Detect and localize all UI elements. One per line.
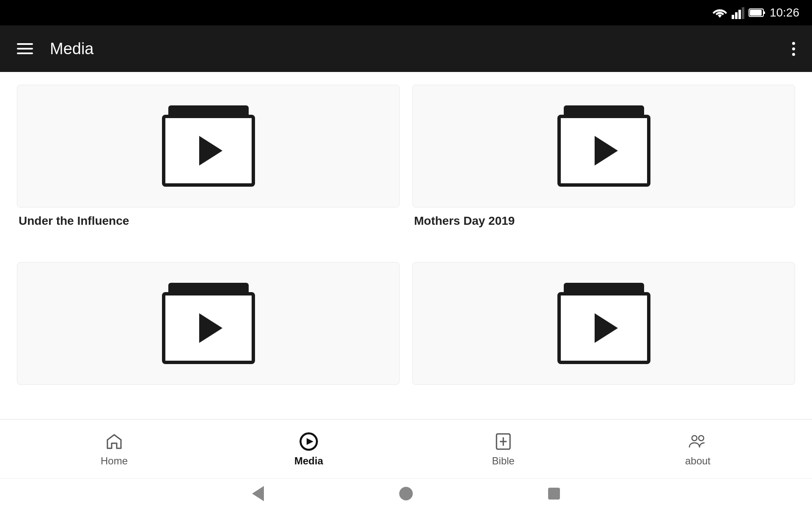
bible-icon: [493, 431, 513, 452]
nav-item-bible[interactable]: Bible: [472, 431, 535, 467]
nav-item-home[interactable]: Home: [82, 431, 146, 467]
status-icons: 10:26: [712, 6, 799, 19]
nav-item-media[interactable]: Media: [277, 431, 340, 467]
system-nav: [0, 478, 812, 508]
media-card-wrapper-3: [17, 262, 400, 406]
nav-label-home: Home: [101, 455, 128, 467]
back-button[interactable]: [252, 486, 264, 501]
media-card-4[interactable]: [412, 262, 795, 385]
svg-point-16: [699, 436, 704, 441]
about-icon: [688, 431, 708, 452]
more-options-button[interactable]: [792, 42, 795, 56]
svg-rect-1: [735, 12, 738, 19]
nav-label-about: about: [685, 455, 710, 467]
media-card-1[interactable]: [17, 85, 400, 207]
status-time: 10:26: [770, 6, 799, 19]
wifi-icon: [712, 7, 727, 19]
media-grid: Under the Influence Mothers Day 2019: [0, 72, 812, 419]
status-bar: 10:26: [0, 0, 812, 25]
home-button[interactable]: [399, 487, 413, 500]
svg-rect-6: [750, 10, 762, 16]
nav-item-about[interactable]: about: [666, 431, 730, 467]
nav-label-bible: Bible: [492, 455, 514, 467]
media-card-wrapper-2: Mothers Day 2019: [412, 85, 795, 249]
playlist-icon-3: [162, 283, 255, 364]
media-card-wrapper-4: [412, 262, 795, 406]
battery-icon: [749, 8, 765, 18]
back-icon: [252, 486, 264, 501]
app-bar-title: Media: [50, 40, 775, 58]
media-card-label-1: Under the Influence: [17, 214, 400, 228]
media-card-3[interactable]: [17, 262, 400, 385]
media-icon: [299, 431, 319, 452]
home-system-icon: [399, 487, 413, 500]
playlist-icon-4: [557, 283, 650, 364]
playlist-icon-1: [162, 105, 255, 187]
recents-icon: [548, 488, 560, 500]
svg-rect-3: [742, 7, 744, 19]
media-card-wrapper-1: Under the Influence: [17, 85, 400, 249]
app-bar: Media: [0, 25, 812, 72]
hamburger-menu-button[interactable]: [17, 43, 33, 54]
media-card-2[interactable]: [412, 85, 795, 207]
nav-label-media: Media: [294, 455, 323, 467]
playlist-icon-2: [557, 105, 650, 187]
svg-rect-2: [738, 10, 741, 19]
media-card-label-2: Mothers Day 2019: [412, 214, 795, 228]
recents-button[interactable]: [548, 488, 560, 500]
svg-marker-11: [307, 438, 313, 445]
home-icon: [104, 431, 124, 452]
bottom-nav: Home Media Bible about: [0, 419, 812, 478]
svg-rect-5: [763, 11, 765, 14]
signal-icon: [732, 6, 744, 19]
svg-rect-0: [732, 15, 734, 19]
svg-point-15: [692, 436, 697, 441]
